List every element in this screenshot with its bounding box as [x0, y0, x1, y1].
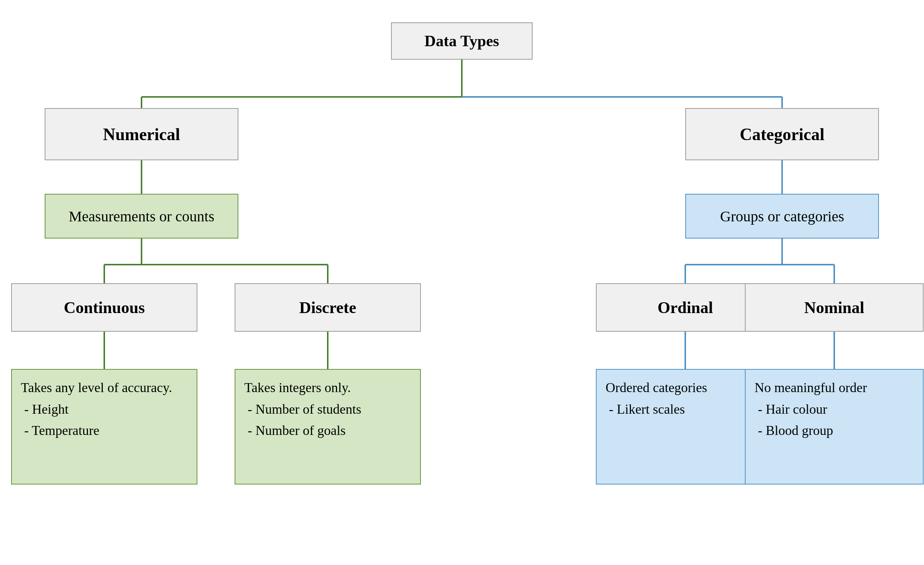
- categorical-label: Categorical: [740, 125, 824, 144]
- groups-node: Groups or categories: [685, 194, 879, 239]
- nominal-node: Nominal: [745, 283, 924, 332]
- nominal-detail: No meaningful order - Hair colour - Bloo…: [745, 369, 924, 484]
- groups-label: Groups or categories: [720, 207, 844, 225]
- nominal-label: Nominal: [804, 298, 864, 317]
- continuous-node: Continuous: [11, 283, 197, 332]
- root-node: Data Types: [391, 23, 532, 60]
- ordinal-detail-text: Ordered categories - Likert scales: [606, 377, 707, 420]
- continuous-label: Continuous: [64, 298, 145, 317]
- numerical-label: Numerical: [103, 125, 180, 144]
- root-label: Data Types: [424, 32, 499, 50]
- categorical-node: Categorical: [685, 108, 879, 160]
- measurements-label: Measurements or counts: [69, 207, 214, 225]
- data-types-diagram: Data Types Numerical Categorical Measure…: [0, 0, 924, 565]
- ordinal-label: Ordinal: [657, 298, 713, 317]
- numerical-node: Numerical: [45, 108, 238, 160]
- continuous-detail: Takes any level of accuracy. - Height - …: [11, 369, 197, 484]
- discrete-detail-text: Takes integers only. - Number of student…: [244, 377, 361, 442]
- measurements-node: Measurements or counts: [45, 194, 238, 239]
- discrete-detail: Takes integers only. - Number of student…: [235, 369, 421, 484]
- nominal-detail-text: No meaningful order - Hair colour - Bloo…: [754, 377, 867, 442]
- discrete-node: Discrete: [235, 283, 421, 332]
- continuous-detail-text: Takes any level of accuracy. - Height - …: [21, 377, 172, 442]
- discrete-label: Discrete: [299, 298, 356, 317]
